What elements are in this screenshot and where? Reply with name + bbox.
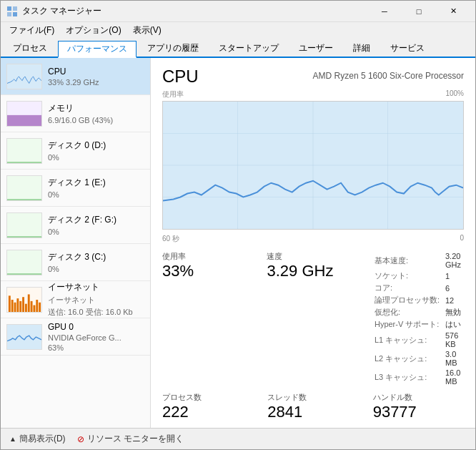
svg-rect-14 [7,273,41,275]
cpu-sidebar-name: CPU [48,67,144,77]
window-controls: ─ □ ✕ [368,1,470,22]
disk1-sidebar-info: ディスク 1 (E:) 0% [48,177,144,199]
info-table-value: 6 [442,282,464,294]
task-manager-window: タスク マネージャー ─ □ ✕ ファイル(F) オプション(O) 表示(V) … [0,0,476,450]
menu-options[interactable]: オプション(O) [60,22,127,38]
menu-file[interactable]: ファイル(F) [4,22,60,38]
simple-view-label: 簡易表示(D) [19,433,66,445]
chevron-up-icon: ▲ [9,435,16,443]
sidebar-item-disk2[interactable]: ディスク 2 (F: G:) 0% [1,207,150,244]
stat-usage: 使用率 33% [162,251,252,386]
sidebar-item-cpu[interactable]: CPU 33% 3.29 GHz [1,58,150,95]
svg-rect-1 [13,6,17,11]
simple-view-button[interactable]: ▲ 簡易表示(D) [9,433,66,445]
svg-rect-6 [7,114,41,125]
stats-row-2: プロセス数 222 スレッド数 2841 ハンドル数 93777 [162,392,464,421]
tab-process[interactable]: プロセス [4,39,56,57]
info-table-label: ソケット: [372,270,442,282]
resource-monitor-icon: ⊘ [77,434,84,444]
panel-title: CPU [162,67,199,87]
info-table-label: 基本速度: [372,251,442,270]
info-table-row: 基本速度:3.20 GHz [372,251,464,270]
stat-handles: ハンドル数 93777 [373,392,464,421]
tab-bar: プロセス パフォーマンス アプリの履歴 スタートアップ ユーザー 詳細 サービス [1,38,475,58]
ethernet-sidebar-name: イーサネット [48,281,144,293]
svg-rect-2 [7,12,11,16]
menu-bar: ファイル(F) オプション(O) 表示(V) [1,22,475,38]
info-table-row: L3 キャッシュ:16.0 MB [372,368,464,386]
close-button[interactable]: ✕ [437,1,470,22]
tab-services[interactable]: サービス [381,39,434,57]
stat-threads: スレッド数 2841 [267,392,358,421]
disk0-sidebar-value: 0% [48,153,144,162]
svg-rect-22 [25,303,27,311]
disk2-mini-graph [6,212,42,238]
memory-sidebar-name: メモリ [48,102,144,114]
disk1-sidebar-value: 0% [48,190,144,199]
disk3-mini-graph [6,250,42,275]
info-table-row: L2 キャッシュ:3.0 MB [372,349,464,368]
disk1-mini-graph [6,175,42,201]
app-icon [6,6,18,17]
window-title: タスク マネージャー [22,5,368,17]
info-table-value: 16.0 MB [442,368,464,386]
resource-monitor-button[interactable]: ⊘ リソース モニターを開く [77,433,184,445]
svg-rect-16 [9,295,11,312]
info-table: 基本速度:3.20 GHzソケット:1コア:6論理プロセッサ数:12仮想化:無効… [372,251,464,386]
tab-startup[interactable]: スタートアップ [209,39,288,57]
svg-rect-10 [7,199,41,200]
menu-view[interactable]: 表示(V) [127,22,167,38]
sidebar-item-disk0[interactable]: ディスク 0 (D:) 0% [1,132,150,170]
processes-value: 222 [162,403,253,421]
disk0-mini-graph [6,138,42,164]
sidebar-item-disk3[interactable]: ディスク 3 (C:) 0% [1,244,150,281]
info-table-value: はい [442,318,464,331]
sidebar-item-disk1[interactable]: ディスク 1 (E:) 0% [1,170,150,207]
stat-speed: 速度 3.29 GHz [267,251,357,386]
usage-value: 33% [162,262,252,280]
cpu-chart [162,101,464,230]
svg-rect-21 [22,297,24,312]
svg-rect-25 [33,305,35,311]
disk2-sidebar-name: ディスク 2 (F: G:) [48,214,144,226]
sidebar-item-gpu0[interactable]: GPU 0 NVIDIA GeForce G... 63% [1,318,150,356]
svg-rect-0 [7,6,11,11]
tab-users[interactable]: ユーザー [289,39,342,57]
info-table-value: 576 KB [442,331,464,349]
tab-app-history[interactable]: アプリの履歴 [138,39,208,57]
title-bar: タスク マネージャー ─ □ ✕ [1,1,475,22]
info-table-value: 無効 [442,306,464,318]
svg-rect-11 [7,213,41,238]
ethernet-sidebar-value: イーサネット [48,295,144,305]
bottom-bar: ▲ 簡易表示(D) ⊘ リソース モニターを開く [1,428,475,449]
chart-y-labels: 使用率 100% [162,89,464,99]
svg-rect-26 [36,300,38,312]
info-table-value: 3.0 MB [442,349,464,368]
threads-label: スレッド数 [267,392,358,403]
tab-performance[interactable]: パフォーマンス [58,41,137,58]
svg-rect-18 [14,302,16,311]
ethernet-sidebar-info: イーサネット イーサネット 送信: 16.0 受信: 16.0 Kb [48,281,144,318]
resource-monitor-label: リソース モニターを開く [87,433,184,445]
disk0-sidebar-name: ディスク 0 (D:) [48,140,144,152]
svg-rect-3 [13,12,17,16]
ethernet-mini-graph [6,287,42,313]
sidebar: CPU 33% 3.29 GHz メモリ 6.9/16.0 GB (43%) [1,58,151,428]
sidebar-item-memory[interactable]: メモリ 6.9/16.0 GB (43%) [1,95,150,132]
sidebar-item-ethernet[interactable]: イーサネット イーサネット 送信: 16.0 受信: 16.0 Kb [1,281,150,318]
svg-rect-4 [7,64,41,89]
disk3-sidebar-name: ディスク 3 (C:) [48,251,144,263]
info-table-label: 仮想化: [372,306,442,318]
gpu0-sidebar-info: GPU 0 NVIDIA GeForce G... 63% [48,322,144,352]
memory-sidebar-value: 6.9/16.0 GB (43%) [48,116,144,124]
memory-mini-graph [6,101,42,127]
stats-row-1: 使用率 33% 速度 3.29 GHz 基本速度:3.20 GHzソケット:1コ… [162,251,464,386]
minimize-button[interactable]: ─ [368,1,401,22]
handles-label: ハンドル数 [373,392,464,403]
info-table-row: 論理プロセッサ数:12 [372,294,464,306]
tab-details[interactable]: 詳細 [344,39,380,57]
gpu0-sidebar-value: NVIDIA GeForce G... [48,333,144,342]
maximize-button[interactable]: □ [402,1,435,22]
panel-header: CPU AMD Ryzen 5 1600 Six-Core Processor [162,67,464,87]
svg-rect-13 [7,250,41,275]
